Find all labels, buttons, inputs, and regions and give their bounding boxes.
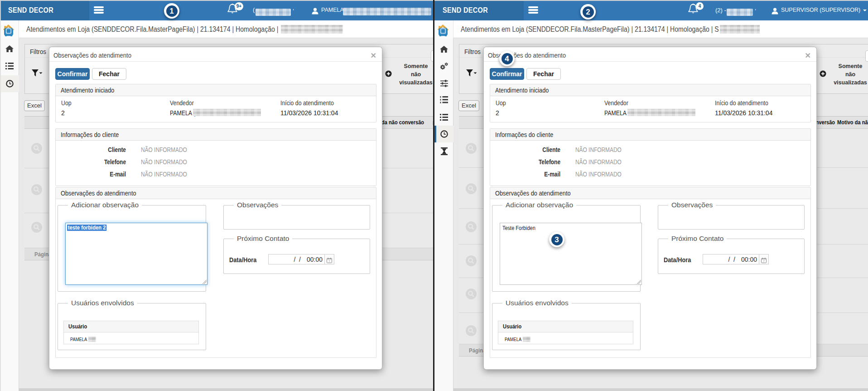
svg-text:7: 7	[328, 260, 330, 263]
svg-text:7: 7	[763, 260, 764, 263]
